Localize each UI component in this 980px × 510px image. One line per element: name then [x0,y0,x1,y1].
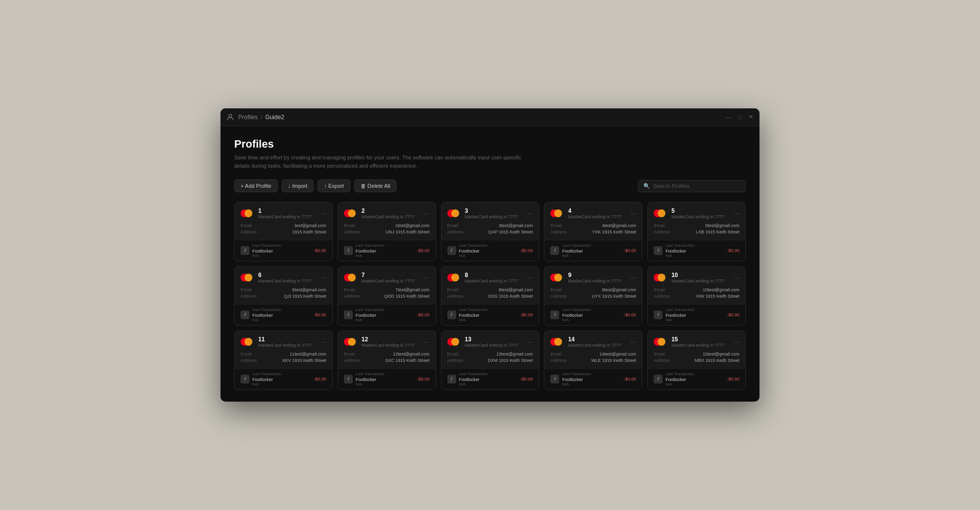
transaction-amount: -$0.00 [520,312,533,317]
transaction-left: f Last Transaction Footlocker N/A [550,372,591,386]
card-type: MasterCard ending in 7777 [465,343,518,348]
card-body: Email 6test@gmail.com Address QJI 1915 K… [235,287,332,304]
profile-card[interactable]: 9 MasterCard ending in 7777 ··· Email 9t… [544,266,642,326]
last-transaction-label: Last Transaction [356,307,385,312]
profile-card[interactable]: 1 MasterCard ending in 7777 ··· Email te… [234,202,333,261]
card-transaction: f Last Transaction Footlocker N/A -$0.00 [441,368,539,389]
maximize-button[interactable]: □ [737,114,743,120]
email-label: Email [344,287,355,292]
last-transaction-label: Last Transaction [665,372,694,376]
profile-card[interactable]: 12 MasterCard ending in 7777 ··· Email 1… [338,331,436,390]
card-body: Email 2test@gmail.com Address UNJ 1915 K… [338,223,436,240]
email-field: Email 15test@gmail.com [654,352,739,357]
card-transaction: f Last Transaction Footlocker N/A -$0.00 [441,304,539,325]
mastercard-logo [344,209,358,218]
profile-card[interactable]: 2 MasterCard ending in 7777 ··· Email 2t… [338,202,436,261]
address-label: Address [241,294,257,299]
address-field: Address QAP 1915 Keith Street [447,230,533,234]
email-label: Email [654,223,665,228]
card-menu-button[interactable]: ··· [320,209,326,217]
card-number-info: 5 MasterCard ending in 7777 [671,207,725,219]
address-value: WLE 1915 Keith Street [591,358,637,363]
card-menu-button[interactable]: ··· [631,274,637,281]
address-value: MBX 1915 Keith Street [694,358,739,363]
import-button[interactable]: ↓ Import [282,179,314,192]
card-menu-button[interactable]: ··· [631,338,637,346]
transaction-amount: -$0.00 [727,377,739,382]
profile-card[interactable]: 13 MasterCard ending in 7777 ··· Email 1… [441,331,539,390]
profile-card[interactable]: 14 MasterCard ending in 7777 ··· Email 1… [544,331,642,390]
card-number: 9 [568,272,621,279]
card-body: Email 14test@gmail.com Address WLE 1915 … [544,352,642,368]
delete-all-button[interactable]: 🗑 Delete All [354,179,397,192]
address-value: 1915 Keith Street [292,230,326,234]
add-profile-button[interactable]: + Add Profile [234,179,278,192]
card-number-info: 4 MasterCard ending in 7777 [568,207,621,219]
card-body: Email 9test@gmail.com Address UYX 1915 K… [544,287,642,304]
address-value: SXC 1915 Keith Street [385,358,430,363]
transaction-icon: f [344,375,353,383]
card-type: MasterCard ending in 7777 [258,279,312,283]
email-field: Email 9test@gmail.com [550,287,636,292]
minimize-button[interactable]: — [726,114,732,120]
address-label: Address [654,294,670,299]
last-transaction-label: Last Transaction [562,372,591,376]
profile-card[interactable]: 7 MasterCard ending in 7777 ··· Email 7t… [338,266,436,326]
card-menu-button[interactable]: ··· [320,338,326,346]
profile-card[interactable]: 15 MasterCard ending in 7777 ··· Email 1… [647,331,746,390]
address-label: Address [447,294,464,299]
transaction-sub: N/A [356,382,385,386]
transaction-left: f Last Transaction Footlocker N/A [550,307,591,322]
card-number-info: 11 MasterCard ending in 7777 [258,336,312,348]
export-button[interactable]: ↑ Export [318,179,350,192]
card-body: Email 8test@gmail.com Address OSS 1915 K… [441,287,539,304]
profile-card[interactable]: 5 MasterCard ending in 7777 ··· Email 5t… [647,202,746,261]
profile-card[interactable]: 4 MasterCard ending in 7777 ··· Email 4t… [544,202,642,261]
transaction-icon: f [550,375,559,383]
profile-card[interactable]: 8 MasterCard ending in 7777 ··· Email 8t… [441,266,539,326]
card-body: Email 11test@gmail.com Address XKV 1915 … [235,352,332,368]
card-transaction: f Last Transaction Footlocker N/A -$0.00 [338,368,436,389]
card-body: Email 13test@gmail.com Address DXM 1915 … [441,352,539,368]
card-transaction: f Last Transaction Footlocker N/A -$0.00 [544,304,642,325]
email-field: Email 5test@gmail.com [654,223,739,228]
card-header-left: 9 MasterCard ending in 7777 [550,272,621,283]
close-button[interactable]: ✕ [748,114,754,120]
card-header: 15 MasterCard ending in 7777 ··· [648,331,745,352]
address-value: UNJ 1915 Keith Street [386,230,430,234]
card-transaction: f Last Transaction Footlocker N/A -$0.00 [235,240,332,261]
profile-card[interactable]: 6 MasterCard ending in 7777 ··· Email 6t… [234,266,333,326]
card-menu-button[interactable]: ··· [320,274,326,281]
search-input[interactable] [653,183,740,189]
address-label: Address [344,230,360,234]
last-transaction-label: Last Transaction [252,372,281,376]
card-menu-button[interactable]: ··· [424,209,430,217]
card-menu-button[interactable]: ··· [424,338,430,346]
profile-card[interactable]: 3 MasterCard ending in 7777 ··· Email 3t… [441,202,539,261]
card-menu-button[interactable]: ··· [424,274,430,281]
transaction-sub: N/A [459,382,488,386]
transaction-sub: N/A [252,382,281,386]
card-menu-button[interactable]: ··· [631,209,637,217]
card-number: 11 [258,336,312,343]
card-header: 13 MasterCard ending in 7777 ··· [441,331,539,352]
transaction-info: Last Transaction Footlocker N/A [665,307,694,322]
card-menu-button[interactable]: ··· [527,209,533,217]
card-menu-button[interactable]: ··· [734,338,739,346]
card-type: MasterCard ending in 7777 [362,214,415,219]
address-field: Address QOD 1915 Keith Street [344,294,430,299]
transaction-sub: N/A [665,318,694,322]
card-menu-button[interactable]: ··· [734,209,739,217]
email-value: 13test@gmail.com [496,352,533,357]
profile-card[interactable]: 11 MasterCard ending in 7777 ··· Email 1… [234,331,333,390]
card-menu-button[interactable]: ··· [734,274,739,281]
card-transaction: f Last Transaction Footlocker N/A -$0.00 [544,240,642,261]
profile-card[interactable]: 10 MasterCard ending in 7777 ··· Email 1… [647,266,746,326]
card-menu-button[interactable]: ··· [527,274,533,281]
address-field: Address YXK 1915 Keith Street [550,230,636,234]
transaction-left: f Last Transaction Footlocker N/A [447,243,488,258]
card-menu-button[interactable]: ··· [527,338,533,346]
card-number: 6 [258,272,312,279]
card-header: 9 MasterCard ending in 7777 ··· [544,267,642,287]
breadcrumb-root[interactable]: Profiles [238,114,258,121]
